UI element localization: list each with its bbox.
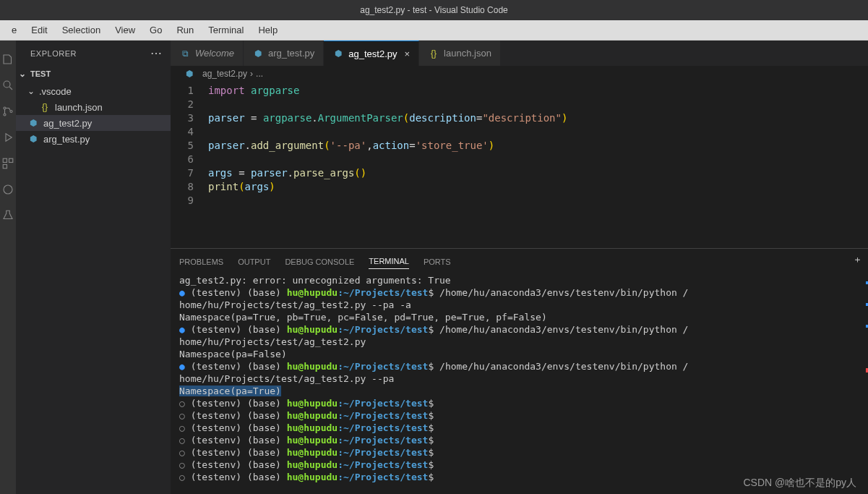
tree-file-argtest[interactable]: ⬢ arg_test.py <box>16 131 171 147</box>
menu-file[interactable]: e <box>4 25 24 35</box>
folder-section-header[interactable]: ⌄ TEST <box>16 66 171 82</box>
tab-label: arg_test.py <box>268 48 314 59</box>
sidebar-more-icon[interactable]: ⋯ <box>150 46 163 60</box>
tab-label: Welcome <box>195 48 234 59</box>
scm-icon[interactable] <box>1 104 15 119</box>
panel-tab-ports[interactable]: PORTS <box>424 255 451 269</box>
svg-point-2 <box>4 114 6 116</box>
panel-tab-debugconsole[interactable]: DEBUG CONSOLE <box>285 255 354 269</box>
panel-area: PROBLEMS OUTPUT DEBUG CONSOLE TERMINAL P… <box>171 248 868 494</box>
section-label: TEST <box>30 69 51 78</box>
tab-welcome[interactable]: ⧉ Welcome <box>171 41 244 66</box>
panel-tab-terminal[interactable]: TERMINAL <box>369 254 409 269</box>
panel-tab-output[interactable]: OUTPUT <box>238 255 270 269</box>
tree-item-label: arg_test.py <box>43 134 90 145</box>
chevron-down-icon: ⌄ <box>19 69 27 79</box>
editor-area: ⧉ Welcome ⬢ arg_test.py ⬢ ag_test2.py × … <box>171 41 868 494</box>
debug-icon[interactable] <box>1 130 15 145</box>
panel-tabs: PROBLEMS OUTPUT DEBUG CONSOLE TERMINAL P… <box>171 249 868 274</box>
tree-item-label: launch.json <box>55 102 103 113</box>
breadcrumb-file: ag_test2.py <box>202 69 247 79</box>
close-icon[interactable]: × <box>405 48 411 59</box>
code-editor[interactable]: 123456789 import argparse parser = argpa… <box>171 82 868 248</box>
watermark: CSDN @啥也不是的py人 <box>743 477 856 490</box>
chevron-down-icon: ⌄ <box>27 86 36 96</box>
json-icon: {} <box>39 101 51 113</box>
tab-argtest[interactable]: ⬢ arg_test.py <box>244 41 324 66</box>
svg-rect-6 <box>3 165 7 169</box>
testing-icon[interactable] <box>1 208 15 223</box>
terminal-scrollbar[interactable] <box>864 274 868 477</box>
vscode-icon: ⧉ <box>179 48 191 59</box>
python-icon: ⬢ <box>332 48 344 59</box>
python-icon: ⬢ <box>27 133 39 145</box>
breadcrumb-sep: › <box>250 69 253 79</box>
file-tree: ⌄ .vscode {} launch.json ⬢ ag_test2.py ⬢… <box>16 82 171 147</box>
terminal[interactable]: ag_test2.py: error: unrecognized argumen… <box>171 274 868 494</box>
sidebar: EXPLORER ⋯ ⌄ TEST ⌄ .vscode {} launch.js… <box>16 41 171 494</box>
tab-launch[interactable]: {} launch.json <box>419 41 501 66</box>
extensions-icon[interactable] <box>1 156 15 171</box>
tree-item-label: .vscode <box>39 86 72 97</box>
python-icon: ⬢ <box>252 48 264 59</box>
tree-item-label: ag_test2.py <box>43 118 92 129</box>
menu-run[interactable]: Run <box>169 25 201 35</box>
code-content[interactable]: import argparse parser = argparse.Argume… <box>208 82 868 248</box>
breadcrumb[interactable]: ⬢ ag_test2.py › ... <box>171 66 868 82</box>
line-numbers: 123456789 <box>171 82 208 248</box>
files-icon[interactable] <box>1 52 15 67</box>
menu-view[interactable]: View <box>108 25 142 35</box>
panel-tab-problems[interactable]: PROBLEMS <box>179 255 223 269</box>
tree-file-agtest2[interactable]: ⬢ ag_test2.py <box>16 115 171 131</box>
svg-rect-5 <box>9 158 13 162</box>
remote-icon[interactable] <box>1 182 15 197</box>
menu-bar: e Edit Selection View Go Run Terminal He… <box>0 20 868 41</box>
svg-point-7 <box>4 185 12 194</box>
menu-terminal[interactable]: Terminal <box>201 25 251 35</box>
breadcrumb-more: ... <box>256 69 263 79</box>
tab-agtest2[interactable]: ⬢ ag_test2.py × <box>324 41 419 66</box>
svg-point-3 <box>10 111 12 113</box>
svg-rect-4 <box>3 158 7 162</box>
new-terminal-icon[interactable]: ＋ <box>853 253 862 266</box>
python-icon: ⬢ <box>184 68 195 80</box>
svg-point-1 <box>4 107 6 109</box>
tab-label: launch.json <box>444 48 491 59</box>
menu-selection[interactable]: Selection <box>55 25 108 35</box>
tree-file-launch[interactable]: {} launch.json <box>16 99 171 115</box>
search-icon[interactable] <box>1 78 15 93</box>
menu-edit[interactable]: Edit <box>24 25 54 35</box>
menu-go[interactable]: Go <box>142 25 169 35</box>
window-title: ag_test2.py - test - Visual Studio Code <box>0 0 868 20</box>
activity-bar <box>0 41 16 494</box>
tab-label: ag_test2.py <box>348 48 397 59</box>
svg-point-0 <box>4 81 10 88</box>
tree-folder-vscode[interactable]: ⌄ .vscode <box>16 83 171 99</box>
editor-tabs: ⧉ Welcome ⬢ arg_test.py ⬢ ag_test2.py × … <box>171 41 868 66</box>
python-icon: ⬢ <box>27 117 39 129</box>
terminal-line: ag_test2.py: error: unrecognized argumen… <box>179 274 859 286</box>
json-icon: {} <box>428 48 439 59</box>
sidebar-title: EXPLORER <box>30 49 77 58</box>
menu-help[interactable]: Help <box>251 25 285 35</box>
